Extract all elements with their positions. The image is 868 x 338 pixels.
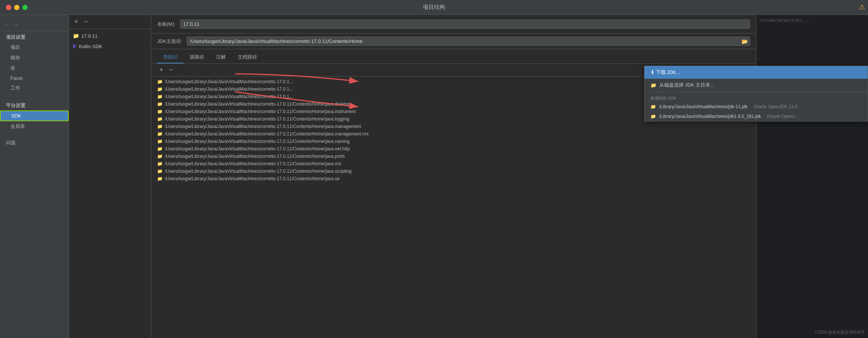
dropdown-divider	[644, 92, 756, 93]
warning-icon: ⚠	[859, 3, 865, 11]
dropdown-select-disk[interactable]: 📁 从磁盘选择 JDK 主目录...	[644, 79, 756, 91]
add-sdk-button[interactable]: +	[72, 17, 81, 26]
list-item[interactable]: 📁 /Users/luogw/Library/Java/JavaVirtualM…	[151, 175, 756, 182]
section-title-platform: 平台设置	[0, 99, 69, 110]
title-bar: 项目结构 ⚠	[0, 0, 868, 15]
tab-docpath[interactable]: 文档路径	[232, 51, 263, 63]
list-item[interactable]: 📁 /Users/luogw/Library/Java/JavaVirtualM…	[151, 168, 756, 175]
name-label: 名称(M):	[157, 21, 175, 28]
dropdown-download-jdk[interactable]: ⬇ 下载 JDK...	[644, 66, 756, 79]
list-item[interactable]: 📁 /Users/luogw/Library/Java/JavaVirtualM…	[151, 130, 756, 138]
jdk-row: JDK主路径: 📂	[151, 34, 756, 49]
disk-icon: 📁	[650, 82, 656, 88]
detail-panel: 名称(M): JDK主路径: 📂 类路径 源路径 注解 文档路径	[151, 15, 756, 338]
sdk-list-toolbar: + −	[69, 15, 151, 29]
list-item[interactable]: 📁 /Users/luogw/Library/Java/JavaVirtualM…	[151, 123, 756, 130]
remove-sdk-button[interactable]: −	[82, 17, 91, 26]
list-item[interactable]: 📁 /Users/luogw/Library/Java/JavaVirtualM…	[151, 138, 756, 145]
jdk-input[interactable]	[187, 37, 750, 46]
jdk-browse-button[interactable]: 📂	[741, 38, 748, 44]
folder-icon-sm: 📁	[157, 101, 163, 107]
sidebar-item-problem[interactable]: 问题	[0, 138, 69, 148]
maximize-button[interactable]	[22, 5, 28, 10]
folder-icon-sm: 📁	[650, 114, 656, 119]
folder-icon-sm: 📁	[157, 109, 163, 114]
sidebar-item-facet[interactable]: Facet	[0, 73, 69, 83]
list-item[interactable]: 📁 /Users/luogw/Library/Java/JavaVirtualM…	[151, 160, 756, 168]
sidebar-item-module[interactable]: 模块	[0, 53, 69, 63]
window-title: 项目结构	[423, 4, 445, 11]
folder-icon-sm: 📁	[157, 124, 163, 129]
folder-icon-sm: 📁	[157, 146, 163, 151]
remove-path-button[interactable]: −	[167, 65, 176, 75]
folder-icon-sm: 📁	[157, 169, 163, 174]
folder-icon-sm: 📁	[650, 104, 656, 109]
sdk-list-item-17[interactable]: 📁 17.0.11	[69, 31, 151, 41]
name-row: 名称(M):	[151, 15, 756, 34]
list-item[interactable]: 📁 /Users/luogw/Library/Java/JavaVirtualM…	[151, 145, 756, 153]
bottom-right-text: CSDN @喜欢踢足球的老罗	[815, 329, 865, 335]
folder-icon-sm: 📁	[157, 87, 163, 92]
add-path-button[interactable]: +	[157, 65, 166, 75]
minimize-button[interactable]	[14, 5, 19, 10]
dropdown-detected-title: 检测到的 SDK	[644, 93, 756, 102]
window-controls[interactable]	[6, 5, 28, 10]
folder-icon: 📁	[73, 33, 79, 39]
close-button[interactable]	[6, 5, 11, 10]
folder-icon-sm: 📁	[157, 139, 163, 144]
main-container: ← → 项目设置 项目 模块 库 Facet 工件 平台设置 SDK 全局库 问…	[0, 15, 868, 338]
folder-icon-sm: 📁	[157, 131, 163, 137]
folder-icon-sm: 📁	[157, 154, 163, 159]
forward-arrow[interactable]: →	[13, 22, 19, 28]
sdk-list-items: 📁 17.0.11 K Kotlin SDK	[69, 29, 151, 53]
nav-arrows: ← →	[0, 19, 69, 31]
sdk-list-panel: + − 📁 17.0.11 K Kotlin SDK	[69, 15, 151, 338]
back-arrow[interactable]: ←	[4, 22, 10, 28]
jdk-input-wrapper: 📂	[187, 37, 750, 46]
folder-icon-sm: 📁	[157, 161, 163, 166]
sidebar-item-global-library[interactable]: 全局库	[0, 121, 69, 132]
dropdown-sdk-item-jdk8[interactable]: 📁 /Library/Java/JavaVirtualMachines/jdk1…	[644, 112, 756, 121]
tab-annotation[interactable]: 注解	[210, 51, 232, 63]
tab-classpath[interactable]: 类路径	[157, 51, 184, 63]
name-input[interactable]	[180, 19, 750, 29]
folder-icon-sm: 📁	[157, 94, 163, 99]
jdk-label: JDK主路径:	[157, 38, 182, 45]
sidebar-item-project[interactable]: 项目	[0, 42, 69, 53]
dropdown-sdk-item-jdk11[interactable]: 📁 /Library/Java/JavaVirtualMachines/jdk-…	[644, 102, 756, 112]
folder-icon-sm: 📁	[157, 116, 163, 122]
right-edge-content: =true&characterEn...	[756, 15, 868, 26]
sdk-list-item-kotlin[interactable]: K Kotlin SDK	[69, 41, 151, 51]
sidebar-item-artifact[interactable]: 工件	[0, 83, 69, 93]
tab-sourcepath[interactable]: 源路径	[184, 51, 210, 63]
right-edge-panel: =true&characterEn... CSDN @喜欢踢足球的老罗	[756, 15, 868, 338]
sidebar-item-sdk[interactable]: SDK	[0, 110, 69, 121]
tabs-row: 类路径 源路径 注解 文档路径	[151, 49, 756, 64]
folder-icon-sm: 📁	[157, 176, 163, 181]
sidebar-item-library[interactable]: 库	[0, 63, 69, 73]
kotlin-icon: K	[73, 43, 77, 49]
jdk-dropdown: ⬇ 下载 JDK... 📁 从磁盘选择 JDK 主目录... 检测到的 SDK …	[644, 66, 756, 122]
section-title-project: 项目设置	[0, 31, 69, 42]
folder-icon-sm: 📁	[157, 79, 163, 84]
list-item[interactable]: 📁 /Users/luogw/Library/Java/JavaVirtualM…	[151, 153, 756, 160]
sidebar: ← → 项目设置 项目 模块 库 Facet 工件 平台设置 SDK 全局库 问…	[0, 15, 69, 338]
